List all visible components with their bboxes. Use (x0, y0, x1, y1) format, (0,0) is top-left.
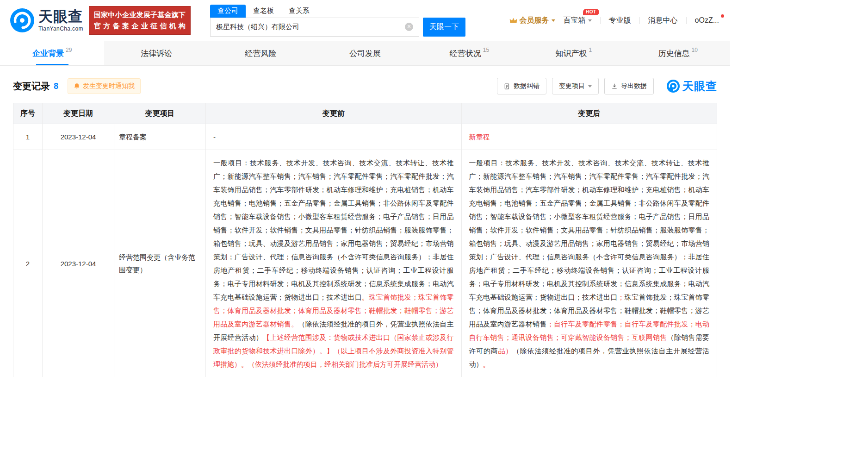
column-header: 变更前 (205, 103, 461, 124)
tab-search-boss[interactable]: 查老板 (246, 5, 281, 18)
message-center-link[interactable]: 消息中心 (648, 16, 678, 25)
section-title: 变更记录 (13, 80, 50, 93)
search-box: × (210, 18, 419, 37)
treasure-box-menu[interactable]: HOT 百宝箱 (564, 16, 592, 25)
text-segment: 一般项目：技术服务、技术开发、技术咨询、技术交流、技术转让、技术推广；新能源汽车… (213, 159, 454, 301)
divider (600, 17, 601, 24)
cell-item: 章程备案 (114, 124, 205, 150)
nav-tab-label: 经营状况 (450, 48, 481, 59)
export-data-label: 导出数据 (621, 82, 647, 90)
vip-services-label: 会员服务 (520, 16, 549, 25)
nav-tab-label: 公司发展 (349, 48, 381, 59)
nav-tab-label: 历史信息 (658, 48, 690, 59)
tab-search-company[interactable]: 查公司 (210, 5, 246, 18)
cell-before: - (205, 124, 461, 150)
crown-icon (509, 17, 517, 24)
pro-version-link[interactable]: 专业版 (609, 16, 631, 25)
tianyancha-mini-logo-icon (667, 80, 680, 93)
bell-icon (74, 83, 80, 89)
nav-tab-1[interactable]: 企业背景29 (0, 41, 104, 65)
clear-icon[interactable]: × (405, 23, 413, 31)
cell-item: 经营范围变更（含业务范围变更） (114, 150, 205, 377)
nav-tab-7[interactable]: 历史信息10 (626, 41, 730, 65)
nav-tab-3[interactable]: 经营风险 (209, 41, 313, 65)
cell-before: 一般项目：技术服务、技术开发、技术咨询、技术交流、技术转让、技术推广；新能源汽车… (205, 150, 461, 377)
column-header: 变更项目 (114, 103, 205, 124)
table-header-row: 序号变更日期变更项目变更前变更后 (13, 103, 717, 124)
section-actions: 数据纠错 变更项目 导出数据 天眼查 (497, 78, 717, 94)
cell-after: 一般项目：技术服务、技术开发、技术咨询、技术交流、技术转让、技术推广；新能源汽车… (461, 150, 717, 377)
cell-date: 2023-12-04 (42, 150, 114, 377)
nav-tab-count: 1 (589, 47, 592, 53)
divider (639, 17, 640, 24)
change-detail-link[interactable]: 新章程 (469, 133, 490, 141)
nav-tab-count: 10 (692, 47, 698, 53)
nav-tab-label: 法律诉讼 (141, 48, 172, 59)
tianyancha-logo-icon (10, 8, 34, 32)
column-header: 变更日期 (42, 103, 114, 124)
search-button[interactable]: 天眼一下 (423, 18, 465, 37)
page: 天眼查 TianYanCha.com 国家中小企业发展子基金旗下 官方备案企业征… (0, 0, 730, 377)
tab-search-relation[interactable]: 查关系 (281, 5, 317, 18)
text-segment: ； (618, 293, 625, 301)
column-header: 序号 (13, 103, 42, 124)
chevron-down-icon (588, 85, 592, 89)
watermark-logo-text: 天眼查 (682, 79, 717, 94)
section-count: 8 (54, 81, 58, 91)
nav-bar: 企业背景29法律诉讼经营风险公司发展经营状况15知识产权1历史信息10 (0, 41, 730, 66)
chevron-down-icon (588, 19, 592, 24)
table-rows: 12023-12-04章程备案-新章程22023-12-04经营范围变更（含业务… (13, 124, 717, 377)
header-right-menu: 会员服务 HOT 百宝箱 专业版 消息中心 oOzZ... (509, 16, 719, 25)
column-header: 变更后 (461, 103, 717, 124)
table-row: 12023-12-04章程备案-新章程 (13, 124, 717, 150)
notify-on-change-button[interactable]: 发生变更时通知我 (68, 78, 141, 94)
tianyancha-logo[interactable]: 天眼查 TianYanCha.com (10, 8, 83, 32)
nav-tab-count: 15 (483, 47, 489, 53)
nav-tab-2[interactable]: 法律诉讼 (104, 41, 208, 65)
text-segment: 。 (483, 360, 490, 368)
divider (686, 17, 687, 24)
change-records-table: 序号变更日期变更项目变更前变更后 12023-12-04章程备案-新章程2202… (13, 103, 717, 377)
search-input[interactable] (211, 23, 405, 31)
search-row: × 天眼一下 (210, 18, 465, 37)
gov-badge: 国家中小企业发展子基金旗下 官方备案企业征信机构 (89, 6, 191, 35)
notify-label: 发生变更时通知我 (83, 82, 135, 90)
download-icon (611, 83, 618, 89)
nav-tab-5[interactable]: 经营状况15 (417, 41, 521, 65)
data-correction-button[interactable]: 数据纠错 (497, 78, 546, 94)
logo-text-en: TianYanCha.com (38, 25, 83, 32)
gov-badge-line2: 官方备案企业征信机构 (94, 20, 186, 31)
logo-text-cn: 天眼查 (38, 9, 83, 24)
search-tabs: 查公司 查老板 查关系 (210, 5, 465, 18)
nav-tab-label: 知识产权 (555, 48, 587, 59)
nav-tab-4[interactable]: 公司发展 (313, 41, 417, 65)
hot-badge: HOT (583, 9, 599, 15)
username: oOzZ... (695, 16, 719, 25)
vip-services-menu[interactable]: 会员服务 (509, 16, 555, 25)
user-account-menu[interactable]: oOzZ... (695, 16, 719, 25)
document-edit-icon (504, 83, 510, 90)
text-segment: 一般项目：技术服务、技术开发、技术咨询、技术交流、技术转让、技术推广；新能源汽车… (469, 159, 710, 301)
change-item-filter-button[interactable]: 变更项目 (552, 78, 599, 94)
section-bar: 变更记录 8 发生变更时通知我 数据纠错 变更项目 导出数据 (0, 66, 730, 102)
notification-dot (721, 14, 724, 18)
data-correction-label: 数据纠错 (514, 82, 539, 90)
watermark-logo: 天眼查 (667, 79, 717, 94)
cell-after: 新章程 (461, 124, 717, 150)
nav-tab-6[interactable]: 知识产权1 (521, 41, 626, 65)
nav-tab-label: 企业背景 (32, 48, 64, 59)
cell-no: 1 (13, 124, 42, 150)
change-item-filter-label: 变更项目 (559, 82, 585, 90)
nav-tab-label: 经营风险 (245, 48, 277, 59)
cell-no: 2 (13, 150, 42, 377)
text-segment: - (213, 133, 216, 141)
search-area: 查公司 查老板 查关系 × 天眼一下 (210, 5, 465, 37)
export-data-button[interactable]: 导出数据 (604, 78, 654, 94)
gov-badge-line1: 国家中小企业发展子基金旗下 (94, 9, 186, 20)
top-header: 天眼查 TianYanCha.com 国家中小企业发展子基金旗下 官方备案企业征… (0, 0, 730, 41)
nav-tab-count: 29 (66, 47, 72, 53)
text-segment: 品） (498, 347, 513, 355)
cell-date: 2023-12-04 (42, 124, 114, 150)
chevron-down-icon (552, 19, 555, 24)
logo-text-block: 天眼查 TianYanCha.com (38, 9, 83, 32)
